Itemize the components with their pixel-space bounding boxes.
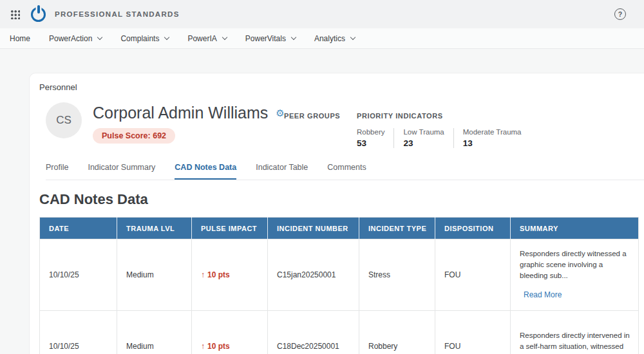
priority-indicators: PRIORITY INDICATORS Robbery 53 Low Traum… <box>357 112 531 148</box>
gear-icon[interactable]: ⚙ <box>276 107 284 119</box>
cell-disposition: FOU <box>435 311 511 354</box>
app-bar: PROFESSIONAL STANDARDS ? <box>0 0 644 28</box>
cell-incident-type: Robbery <box>359 311 435 354</box>
col-date: DATE <box>40 218 117 239</box>
priority-indicator: Robbery 53 <box>357 128 393 148</box>
cell-trauma-lvl: Medium <box>117 239 192 311</box>
nav-item-poweraction[interactable]: PowerAction <box>49 34 102 43</box>
cell-incident-number: C15jan20250001 <box>268 239 359 311</box>
divider <box>453 128 454 148</box>
pulse-score-badge: Pulse Score: 692 <box>93 128 175 144</box>
nav-item-home[interactable]: Home <box>10 34 30 43</box>
chevron-down-icon <box>97 35 102 40</box>
tab-profile[interactable]: Profile <box>46 163 68 180</box>
col-summary: SUMMARY <box>511 218 639 239</box>
tab-indicator-table[interactable]: Indicator Table <box>256 163 308 180</box>
cell-summary: Responders directly witnessed a graphic … <box>511 239 639 311</box>
nav-item-powervitals[interactable]: PowerVitals <box>245 34 296 43</box>
up-arrow-icon: ↑ <box>201 270 205 279</box>
chevron-down-icon <box>291 35 296 40</box>
app-launcher-icon[interactable] <box>10 10 20 19</box>
person-name: Corporal Admin Williams <box>93 104 268 122</box>
main-nav: Home PowerAction Complaints PowerIA Powe… <box>0 28 644 49</box>
cell-incident-number: C18Dec20250001 <box>268 311 359 354</box>
col-incident-type: INCIDENT TYPE <box>359 218 435 239</box>
cell-trauma-lvl: Medium <box>117 311 192 354</box>
profile-tabs: ProfileIndicator SummaryCAD Notes DataIn… <box>46 163 644 180</box>
read-more-link[interactable]: Read More <box>524 290 562 301</box>
cell-date: 10/10/25 <box>40 311 117 354</box>
col-pulse-impact: PULSE IMPACT <box>192 218 268 239</box>
col-trauma-lvl: TRAUMA LVL <box>117 218 192 239</box>
tab-indicator-summary[interactable]: Indicator Summary <box>88 163 155 180</box>
cell-date: 10/10/25 <box>40 239 117 311</box>
section-label: Personnel <box>39 82 644 92</box>
profile-header: CS Corporal Admin Williams ⚙ Pulse Score… <box>46 102 644 144</box>
priority-indicator: Moderate Trauma 13 <box>463 128 531 148</box>
cell-summary: Responders directly intervened in a self… <box>511 311 639 354</box>
help-icon[interactable]: ? <box>614 8 626 20</box>
table-row: 10/10/25 Medium ↑10 pts C18Dec20250001 R… <box>40 311 639 354</box>
tab-comments[interactable]: Comments <box>327 163 366 180</box>
cell-disposition: FOU <box>435 239 511 311</box>
priority-indicator: Low Trauma 23 <box>403 128 453 148</box>
power-logo-icon <box>30 6 46 23</box>
app-title: PROFESSIONAL STANDARDS <box>55 10 180 18</box>
nav-item-poweria[interactable]: PowerIA <box>187 34 226 43</box>
chevron-down-icon <box>350 35 355 40</box>
tab-cad-notes-data[interactable]: CAD Notes Data <box>175 163 236 180</box>
nav-item-analytics[interactable]: Analytics <box>314 34 355 43</box>
main-area: Personnel CS Corporal Admin Williams ⚙ P… <box>0 49 644 354</box>
chevron-down-icon <box>222 35 227 40</box>
col-incident-number: INCIDENT NUMBER <box>268 218 359 239</box>
table-header-row: DATE TRAUMA LVL PULSE IMPACT INCIDENT NU… <box>40 218 639 239</box>
divider <box>393 128 394 148</box>
page-title: CAD Notes Data <box>39 191 644 208</box>
cell-pulse-impact: ↑10 pts <box>192 239 268 311</box>
chevron-down-icon <box>164 35 169 40</box>
table-row: 10/10/25 Medium ↑10 pts C15jan20250001 S… <box>40 239 639 311</box>
priority-indicators-label: PRIORITY INDICATORS <box>357 112 531 120</box>
peer-groups-label: PEER GROUPS <box>284 112 340 120</box>
cell-incident-type: Stress <box>359 239 435 311</box>
up-arrow-icon: ↑ <box>201 342 205 351</box>
personnel-card: Personnel CS Corporal Admin Williams ⚙ P… <box>29 73 644 354</box>
col-disposition: DISPOSITION <box>435 218 511 239</box>
nav-item-complaints[interactable]: Complaints <box>120 34 169 43</box>
cell-pulse-impact: ↑10 pts <box>192 311 268 354</box>
cad-notes-table: DATE TRAUMA LVL PULSE IMPACT INCIDENT NU… <box>39 217 639 354</box>
avatar: CS <box>46 102 82 138</box>
